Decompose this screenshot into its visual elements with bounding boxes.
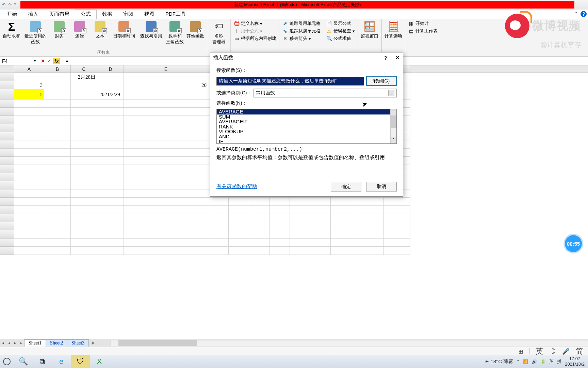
cell-A20[interactable]	[14, 230, 44, 239]
cell-B14[interactable]	[44, 181, 71, 189]
cell-D2[interactable]	[97, 81, 124, 89]
cell-B1[interactable]	[44, 73, 71, 81]
function-item-rank[interactable]: RANK	[217, 124, 396, 129]
col-header-A[interactable]: A	[14, 65, 44, 73]
cell-E17[interactable]	[124, 206, 208, 214]
function-item-and[interactable]: AND	[217, 134, 396, 139]
cell-C19[interactable]	[71, 222, 97, 230]
finance-button[interactable]: 财务	[50, 20, 68, 39]
cell-L16[interactable]	[331, 198, 357, 206]
cell-C18[interactable]	[71, 214, 97, 222]
cell-M18[interactable]	[357, 214, 384, 222]
cell-F19[interactable]	[208, 222, 229, 230]
cell-E2[interactable]: 20	[124, 81, 208, 89]
clock[interactable]: 17:072021/10/2	[565, 356, 585, 367]
tab-review[interactable]: 审阅	[118, 10, 139, 19]
search-icon[interactable]: 🔍	[14, 355, 33, 368]
col-header-D[interactable]: D	[97, 65, 124, 73]
cell-G20[interactable]	[229, 230, 249, 239]
ie-icon[interactable]: e	[52, 355, 71, 368]
battery-icon[interactable]: 🔋	[540, 359, 546, 364]
function-item-average[interactable]: AVERAGE	[217, 109, 396, 114]
function-item-averageif[interactable]: AVERAGEIF	[217, 119, 396, 124]
cell-H16[interactable]	[249, 198, 270, 206]
cell-D15[interactable]	[97, 189, 124, 198]
cell-M16[interactable]	[357, 198, 384, 206]
cell-B11[interactable]	[44, 157, 71, 165]
cell-L22[interactable]	[331, 247, 357, 255]
cell-K22[interactable]	[310, 247, 331, 255]
cell-A5[interactable]	[14, 108, 44, 116]
cell-C21[interactable]	[71, 239, 97, 247]
calc-options-button[interactable]: 🧮计算选项	[385, 20, 402, 39]
cell-G22[interactable]	[229, 247, 249, 255]
cell-B20[interactable]	[44, 230, 71, 239]
cell-A15[interactable]	[14, 189, 44, 198]
row-header[interactable]	[0, 132, 14, 140]
cell-I18[interactable]	[270, 214, 290, 222]
cell-E11[interactable]	[124, 157, 208, 165]
row-header[interactable]	[0, 230, 14, 239]
cell-C14[interactable]	[71, 181, 97, 189]
cell-E21[interactable]	[124, 239, 208, 247]
cell-C2[interactable]	[71, 81, 97, 89]
autosum-button[interactable]: Σ自动求和	[3, 20, 20, 39]
row-header[interactable]	[0, 239, 14, 247]
cell-B22[interactable]	[44, 247, 71, 255]
cell-F16[interactable]	[208, 198, 229, 206]
evaluate-formula-button[interactable]: 🔍公式求值	[326, 35, 355, 42]
ime-mic-icon[interactable]: 🎤	[562, 348, 570, 355]
cell-A22[interactable]	[14, 247, 44, 255]
cell-C5[interactable]	[71, 108, 97, 116]
show-formulas-button[interactable]: 📄显示公式	[326, 20, 355, 27]
cell-D21[interactable]	[97, 239, 124, 247]
cell-A7[interactable]	[14, 124, 44, 132]
datetime-button[interactable]: 日期和时间	[112, 20, 136, 39]
cell-D4[interactable]	[97, 99, 124, 108]
cell-C8[interactable]	[71, 132, 97, 140]
excel-taskbar-icon[interactable]: X	[90, 355, 109, 368]
row-header[interactable]	[0, 99, 14, 108]
cell-G17[interactable]	[229, 206, 249, 214]
cell-K19[interactable]	[310, 222, 331, 230]
cell-I20[interactable]	[270, 230, 290, 239]
cell-D14[interactable]	[97, 181, 124, 189]
ime-moon-icon[interactable]: ☽	[549, 347, 556, 356]
cell-B5[interactable]	[44, 108, 71, 116]
cell-D22[interactable]	[97, 247, 124, 255]
create-from-selection-button[interactable]: ▭根据所选内容创建	[233, 35, 276, 42]
task-view-icon[interactable]: ⧉	[33, 355, 52, 368]
cell-D11[interactable]	[97, 157, 124, 165]
defender-icon[interactable]: 🛡	[71, 355, 90, 368]
cell-A21[interactable]	[14, 239, 44, 247]
logic-button[interactable]: 逻辑	[71, 20, 88, 39]
cell-D19[interactable]	[97, 222, 124, 230]
cell-C17[interactable]	[71, 206, 97, 214]
cell-I22[interactable]	[270, 247, 290, 255]
col-header-B[interactable]: B	[44, 65, 71, 73]
ime-tray-1[interactable]: 英	[549, 358, 554, 365]
cell-F18[interactable]	[208, 214, 229, 222]
row-header[interactable]	[0, 116, 14, 124]
row-header[interactable]	[0, 222, 14, 230]
text-button[interactable]: 文本	[91, 20, 109, 39]
row-header[interactable]	[0, 247, 14, 255]
cell-N18[interactable]	[384, 214, 410, 222]
cell-N17[interactable]	[384, 206, 410, 214]
row-header[interactable]	[0, 214, 14, 222]
cell-M22[interactable]	[357, 247, 384, 255]
cell-B7[interactable]	[44, 124, 71, 132]
cell-B16[interactable]	[44, 198, 71, 206]
cell-K16[interactable]	[310, 198, 331, 206]
cell-A9[interactable]	[14, 140, 44, 149]
redo-icon[interactable]: ↷	[8, 2, 13, 7]
cell-B9[interactable]	[44, 140, 71, 149]
cell-E20[interactable]	[124, 230, 208, 239]
name-box[interactable]: F4▾	[0, 58, 38, 64]
cell-E1[interactable]	[124, 73, 208, 81]
cell-L17[interactable]	[331, 206, 357, 214]
cell-I16[interactable]	[270, 198, 290, 206]
dialog-help-icon[interactable]: ?	[384, 55, 387, 61]
list-scrollbar[interactable]: ˄ ˅	[390, 109, 396, 143]
cell-J22[interactable]	[290, 247, 310, 255]
